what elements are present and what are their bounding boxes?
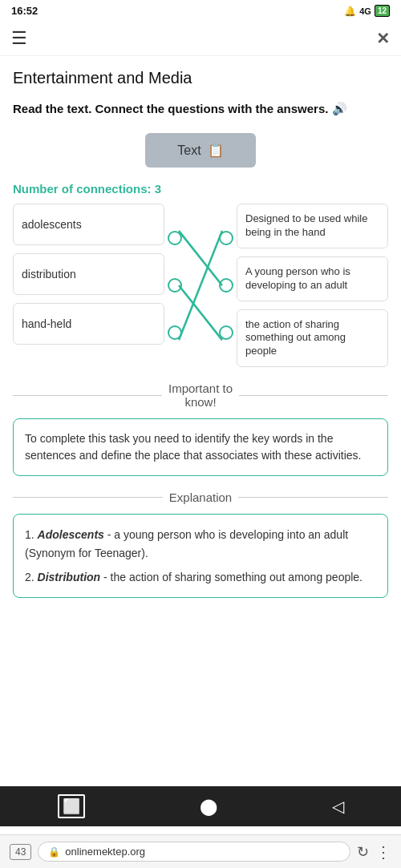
divider-line-right — [239, 395, 388, 396]
nav-square-icon[interactable]: ⬜ — [58, 794, 85, 818]
right-dot-0[interactable] — [219, 231, 233, 245]
status-right: 🔔 4G 12 — [344, 5, 390, 17]
svg-line-1 — [179, 285, 222, 340]
status-bar: 16:52 🔔 4G 12 — [0, 0, 401, 22]
left-dot-0[interactable] — [168, 231, 182, 245]
close-button[interactable]: ✕ — [376, 29, 390, 48]
right-item-handheld-def[interactable]: Designed to be used while being in the h… — [237, 204, 388, 248]
document-icon: 📋 — [208, 143, 224, 158]
battery-icon: 12 — [375, 5, 390, 17]
explanation-divider: Explanation — [13, 491, 388, 504]
divider-line-left — [13, 395, 162, 396]
signal-icon: 4G — [359, 6, 371, 16]
time: 16:52 — [11, 5, 38, 17]
text-button-wrapper: Text 📋 — [13, 133, 388, 168]
right-item-adolescents-def[interactable]: A young person who is developing to an a… — [237, 256, 388, 301]
explanation-label: Explanation — [169, 491, 232, 504]
left-item-handheld[interactable]: hand-held — [13, 303, 164, 345]
instruction-text: Read the text. Connect the questions wit… — [13, 100, 388, 117]
explanation-box: 1. Adolescents - a young person who is d… — [13, 514, 388, 598]
explanation-number-0: 1. — [25, 528, 34, 541]
left-dot-2[interactable] — [168, 325, 182, 340]
right-dot-2[interactable] — [219, 325, 233, 340]
important-divider: Important to know! — [13, 382, 388, 409]
nav-bar: ☰ ✕ — [0, 22, 401, 56]
main-content: Entertainment and Media Read the text. C… — [0, 56, 401, 686]
connector-column — [164, 204, 237, 367]
browser-bar: 43 🔒 onlinemektep.org ↻ ⋮ — [0, 834, 401, 868]
text-button-label: Text — [177, 143, 200, 158]
info-box: To complete this task you need to identi… — [13, 418, 388, 476]
page-title: Entertainment and Media — [13, 69, 388, 87]
url-text: onlinemektep.org — [65, 846, 145, 858]
right-item-distribution-def[interactable]: the action of sharing something out amon… — [237, 309, 388, 368]
right-column: Designed to be used while being in the h… — [237, 204, 388, 367]
lock-icon: 🔒 — [48, 846, 60, 858]
left-item-distribution[interactable]: distribution — [13, 253, 164, 295]
left-item-adolescents[interactable]: adolescents — [13, 204, 164, 245]
explanation-item-1: 2. Distribution - the action of sharing … — [25, 568, 376, 586]
right-dot-1[interactable] — [219, 278, 233, 293]
hamburger-icon[interactable]: ☰ — [11, 28, 27, 49]
explanation-divider-line-left — [13, 497, 163, 498]
menu-dots-icon[interactable]: ⋮ — [375, 842, 391, 862]
text-button[interactable]: Text 📋 — [145, 133, 255, 168]
important-label: Important to know! — [168, 382, 233, 409]
left-dot-1[interactable] — [168, 278, 182, 293]
explanation-term-0: Adolescents — [38, 528, 104, 541]
nav-home-icon[interactable]: ⬤ — [200, 797, 217, 816]
tab-count[interactable]: 43 — [10, 844, 31, 860]
svg-line-0 — [179, 231, 222, 285]
explanation-item-0: 1. Adolescents - a young person who is d… — [25, 526, 376, 562]
explanation-term-1: Distribution — [38, 571, 101, 583]
bell-icon: 🔔 — [344, 6, 356, 17]
left-column: adolescents distribution hand-held — [13, 204, 164, 367]
svg-line-2 — [179, 231, 222, 340]
explanation-number-1: 2. — [25, 571, 34, 583]
matching-area: adolescents distribution hand-held — [13, 204, 388, 367]
info-text: To complete this task you need to identi… — [25, 432, 361, 462]
connections-label: Number of connections: 3 — [13, 182, 388, 196]
nav-back-icon[interactable]: ◁ — [332, 797, 344, 816]
refresh-button[interactable]: ↻ — [357, 843, 369, 861]
android-nav: ⬜ ⬤ ◁ — [0, 786, 401, 826]
url-bar[interactable]: 🔒 onlinemektep.org — [38, 842, 350, 862]
explanation-divider-line-right — [238, 497, 388, 498]
explanation-def-1: - the action of sharing something out am… — [100, 571, 363, 583]
